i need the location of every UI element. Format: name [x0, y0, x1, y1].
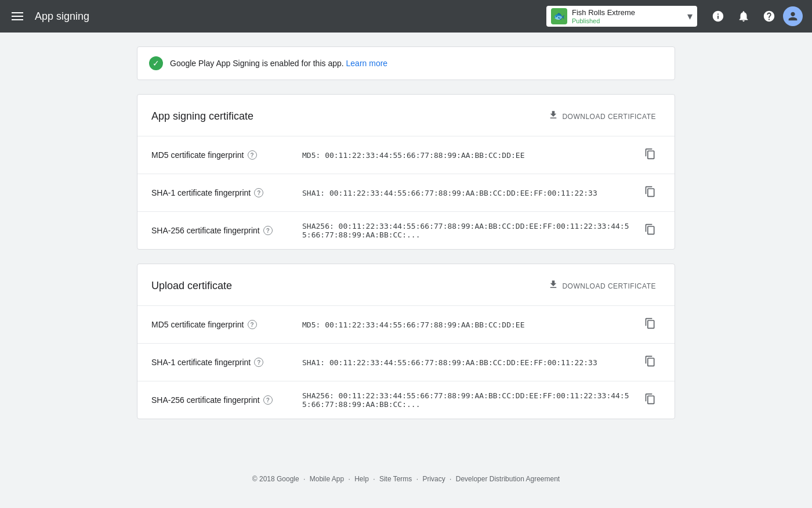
info-icon-button[interactable] [706, 5, 730, 28]
main-content: ✓ Google Play App Signing is enabled for… [128, 33, 684, 456]
notifications-icon-button[interactable] [732, 5, 755, 28]
app-status: Published [572, 17, 683, 24]
app-signing-md5-label: MD5 certificate fingerprint ? [151, 150, 302, 160]
upload-md5-value: MD5: 00:11:22:33:44:55:66:77:88:99:AA:BB… [302, 320, 640, 329]
app-signing-sha256-copy-button[interactable] [640, 220, 661, 241]
upload-md5-copy-button[interactable] [640, 314, 661, 335]
topnav: App signing 🐟 Fish Rolls Extreme Publish… [0, 0, 812, 33]
footer-privacy-link[interactable]: Privacy [422, 475, 445, 483]
app-name: Fish Rolls Extreme [572, 8, 683, 18]
app-signing-sha1-label: SHA-1 certificate fingerprint ? [151, 188, 302, 197]
footer-help-link[interactable]: Help [354, 475, 369, 483]
page-title: App signing [35, 10, 537, 23]
download-icon [548, 279, 559, 293]
copy-icon [644, 318, 656, 332]
upload-sha1-help-icon[interactable]: ? [254, 358, 263, 367]
upload-sha256-value: SHA256: 00:11:22:33:44:55:66:77:88:99:AA… [302, 391, 640, 409]
app-signing-md5-row: MD5 certificate fingerprint ? MD5: 00:11… [137, 136, 675, 174]
md5-help-icon[interactable]: ? [248, 150, 257, 160]
upload-sha1-label: SHA-1 certificate fingerprint ? [151, 358, 302, 367]
upload-md5-help-icon[interactable]: ? [248, 320, 257, 329]
app-signing-md5-copy-button[interactable] [640, 145, 661, 165]
upload-sha1-row: SHA-1 certificate fingerprint ? SHA1: 00… [137, 343, 675, 381]
check-icon: ✓ [149, 56, 163, 70]
download-icon [548, 110, 559, 123]
app-signing-cert-header: App signing certificate DOWNLOAD CERTIFI… [137, 95, 675, 136]
copy-icon [644, 224, 656, 238]
app-signing-sha256-label: SHA-256 certificate fingerprint ? [151, 226, 302, 235]
app-signing-cert-card: App signing certificate DOWNLOAD CERTIFI… [137, 94, 675, 250]
app-signing-sha1-value: SHA1: 00:11:22:33:44:55:66:77:88:99:AA:B… [302, 189, 640, 197]
footer-mobile-app-link[interactable]: Mobile App [310, 475, 344, 483]
app-signing-sha1-row: SHA-1 certificate fingerprint ? SHA1: 00… [137, 174, 675, 211]
footer-developer-agreement-link[interactable]: Developer Distribution Agreement [456, 475, 560, 483]
copy-icon [644, 355, 656, 370]
signing-enabled-banner: ✓ Google Play App Signing is enabled for… [137, 46, 675, 80]
upload-sha256-help-icon[interactable]: ? [263, 395, 273, 405]
app-selector-dropdown[interactable]: 🐟 Fish Rolls Extreme Published ▾ [546, 6, 697, 27]
app-signing-md5-value: MD5: 00:11:22:33:44:55:66:77:88:99:AA:BB… [302, 151, 640, 160]
upload-sha256-copy-button[interactable] [640, 390, 661, 410]
topnav-icons [706, 5, 803, 28]
upload-download-button[interactable]: DOWNLOAD CERTIFICATE [543, 276, 661, 296]
upload-sha1-value: SHA1: 00:11:22:33:44:55:66:77:88:99:AA:B… [302, 358, 640, 367]
copy-icon [644, 148, 656, 163]
copy-icon [644, 393, 656, 408]
app-info: Fish Rolls Extreme Published [572, 8, 683, 25]
upload-cert-header: Upload certificate DOWNLOAD CERTIFICATE [137, 264, 675, 305]
chevron-down-icon: ▾ [687, 10, 693, 23]
footer: © 2018 Google · Mobile App · Help · Site… [0, 456, 812, 492]
upload-md5-row: MD5 certificate fingerprint ? MD5: 00:11… [137, 305, 675, 343]
learn-more-link[interactable]: Learn more [346, 59, 388, 68]
upload-sha256-row: SHA-256 certificate fingerprint ? SHA256… [137, 381, 675, 419]
upload-md5-label: MD5 certificate fingerprint ? [151, 320, 302, 329]
app-icon: 🐟 [551, 8, 567, 24]
app-signing-sha256-value: SHA256: 00:11:22:33:44:55:66:77:88:99:AA… [302, 222, 640, 239]
hamburger-menu-icon[interactable] [9, 10, 26, 23]
app-signing-cert-title: App signing certificate [151, 110, 253, 123]
upload-sha1-copy-button[interactable] [640, 352, 661, 373]
banner-text: Google Play App Signing is enabled for t… [170, 59, 387, 68]
app-signing-sha1-copy-button[interactable] [640, 182, 661, 203]
footer-site-terms-link[interactable]: Site Terms [379, 475, 412, 483]
copy-icon [644, 186, 656, 200]
app-signing-download-button[interactable]: DOWNLOAD CERTIFICATE [543, 106, 661, 127]
app-signing-sha256-row: SHA-256 certificate fingerprint ? SHA256… [137, 211, 675, 249]
upload-sha256-label: SHA-256 certificate fingerprint ? [151, 395, 302, 405]
help-icon-button[interactable] [757, 5, 781, 28]
user-avatar-button[interactable] [783, 6, 803, 26]
sha256-help-icon[interactable]: ? [263, 226, 273, 235]
upload-cert-card: Upload certificate DOWNLOAD CERTIFICATE … [137, 264, 675, 419]
upload-cert-title: Upload certificate [151, 280, 232, 292]
sha1-help-icon[interactable]: ? [254, 188, 263, 197]
